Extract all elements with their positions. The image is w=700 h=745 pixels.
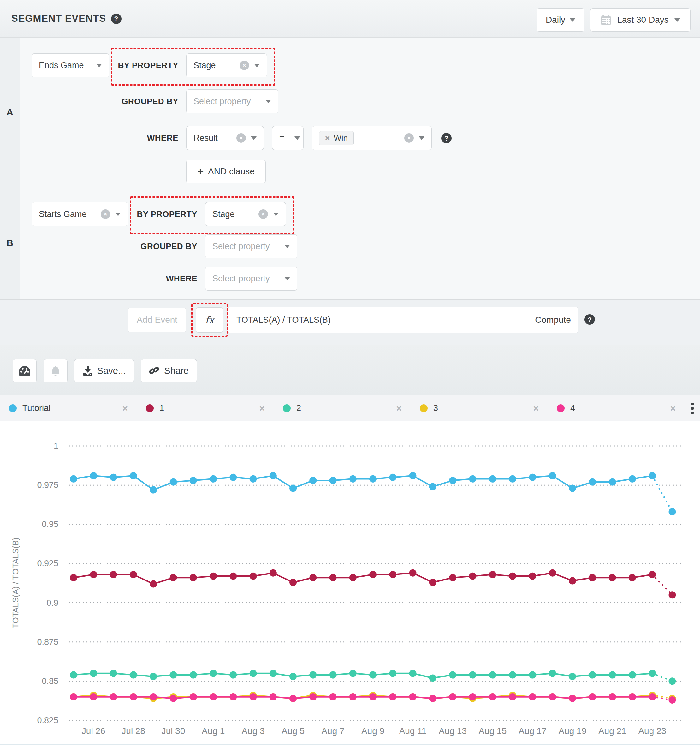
data-point-Tutorial-Jul 30[interactable] <box>170 479 177 486</box>
data-point-Tutorial-Jul 26[interactable] <box>90 472 97 479</box>
share-button[interactable]: Share <box>141 359 197 383</box>
data-point-Tutorial-Jul 29[interactable] <box>149 486 157 494</box>
data-point-2-Aug 20[interactable] <box>589 671 596 678</box>
where-value-chip[interactable]: × Win <box>319 131 354 145</box>
data-point-4-Aug 21[interactable] <box>609 693 616 700</box>
data-point-Tutorial-Aug 9[interactable] <box>369 475 376 483</box>
data-point-Tutorial-Aug 10[interactable] <box>389 474 396 481</box>
data-point-Tutorial-Aug 3[interactable] <box>250 475 257 483</box>
data-point-Tutorial-Aug 14[interactable] <box>469 475 476 483</box>
data-point-Tutorial-Aug 13[interactable] <box>449 477 456 484</box>
data-point-2-Jul 29[interactable] <box>149 673 157 680</box>
legend-tab-close-icon[interactable]: × <box>122 403 128 414</box>
add-event-button[interactable]: Add Event <box>128 308 186 332</box>
data-point-2-Aug 17[interactable] <box>529 671 536 678</box>
where-property-dropdown-a[interactable]: Result × <box>186 126 264 150</box>
remove-tag-icon[interactable]: × <box>325 133 330 143</box>
data-point-Tutorial-Aug 20[interactable] <box>589 479 596 486</box>
data-point-Tutorial-Aug 18[interactable] <box>549 472 556 479</box>
data-point-4-Aug 12[interactable] <box>429 695 436 702</box>
data-point-2-Aug 7[interactable] <box>330 671 337 678</box>
data-point-2-Aug 3[interactable] <box>250 670 257 677</box>
data-point-1-Jul 30[interactable] <box>170 574 177 581</box>
data-point-2-Aug 14[interactable] <box>469 671 476 678</box>
data-point-1-Aug 16[interactable] <box>509 573 516 580</box>
data-point-4-Aug 10[interactable] <box>389 693 396 700</box>
data-point-2-Aug 8[interactable] <box>349 670 357 677</box>
data-point-4-Aug 9[interactable] <box>369 693 376 700</box>
data-point-4-Aug 3[interactable] <box>250 693 257 700</box>
data-point-1-Aug 11[interactable] <box>409 569 416 577</box>
data-point-4-Aug 7[interactable] <box>330 693 337 700</box>
data-point-4-Aug 4[interactable] <box>270 693 277 700</box>
data-point-1-Aug 20[interactable] <box>589 574 596 581</box>
data-point-2-Aug 21[interactable] <box>609 671 616 678</box>
data-point-2-Aug 12[interactable] <box>429 674 436 682</box>
legend-tab-3[interactable]: 3× <box>411 395 548 421</box>
data-point-Tutorial-Aug 8[interactable] <box>349 475 357 483</box>
data-point-Tutorial-Aug 15[interactable] <box>489 475 496 483</box>
data-point-4-Aug 8[interactable] <box>349 693 357 700</box>
data-point-Tutorial-Jul 27[interactable] <box>110 474 117 481</box>
interval-dropdown[interactable]: Daily <box>537 8 585 31</box>
data-point-4-Jul 26[interactable] <box>90 693 97 700</box>
legend-tab-4[interactable]: 4× <box>548 395 685 421</box>
help-icon[interactable]: ? <box>585 314 595 325</box>
save-button[interactable]: Save... <box>74 359 134 383</box>
data-point-1-Aug 14[interactable] <box>469 573 476 580</box>
and-clause-button[interactable]: + AND clause <box>186 160 266 183</box>
data-point-4-Aug 18[interactable] <box>549 693 556 700</box>
data-point-Tutorial-Aug 2[interactable] <box>230 474 237 481</box>
data-point-1-Aug 6[interactable] <box>309 574 316 581</box>
legend-tab-close-icon[interactable]: × <box>259 403 265 414</box>
data-point-Tutorial-Aug 7[interactable] <box>330 477 337 484</box>
legend-tab-1[interactable]: 1× <box>137 395 274 421</box>
data-point-1-Aug 9[interactable] <box>369 571 376 578</box>
data-point-1-Aug 13[interactable] <box>449 574 456 581</box>
data-point-2-Aug 2[interactable] <box>230 671 237 678</box>
data-point-4-Aug 24[interactable] <box>669 696 676 704</box>
data-point-2-Aug 16[interactable] <box>509 671 516 678</box>
data-point-4-Aug 20[interactable] <box>589 693 596 700</box>
data-point-4-Jul 31[interactable] <box>190 693 197 700</box>
data-point-2-Aug 22[interactable] <box>629 671 636 678</box>
data-point-2-Aug 6[interactable] <box>309 671 316 678</box>
data-point-4-Jul 28[interactable] <box>130 693 137 700</box>
data-point-1-Aug 10[interactable] <box>389 571 396 578</box>
formula-fx-button[interactable]: fx <box>196 307 224 332</box>
data-point-2-Aug 9[interactable] <box>369 671 376 678</box>
data-point-Tutorial-Aug 21[interactable] <box>609 479 616 486</box>
data-point-4-Aug 6[interactable] <box>309 693 316 700</box>
data-point-Tutorial-Aug 24[interactable] <box>669 508 676 515</box>
data-point-Tutorial-Aug 4[interactable] <box>270 472 277 479</box>
data-point-2-Jul 27[interactable] <box>110 670 117 677</box>
data-point-Tutorial-Jul 31[interactable] <box>190 477 197 484</box>
data-point-2-Aug 24[interactable] <box>669 678 676 685</box>
data-point-1-Aug 23[interactable] <box>649 571 656 578</box>
data-point-2-Aug 19[interactable] <box>569 673 576 680</box>
data-point-2-Aug 15[interactable] <box>489 671 496 678</box>
grouped-by-dropdown-b[interactable]: Select property <box>205 234 297 258</box>
data-point-Tutorial-Aug 12[interactable] <box>429 483 436 491</box>
data-point-2-Jul 30[interactable] <box>170 671 177 678</box>
alert-button[interactable] <box>43 359 67 383</box>
data-point-1-Aug 19[interactable] <box>569 577 576 585</box>
data-point-2-Aug 4[interactable] <box>270 670 277 677</box>
data-point-1-Aug 7[interactable] <box>330 574 337 581</box>
data-point-4-Aug 5[interactable] <box>290 695 297 702</box>
data-point-Tutorial-Aug 17[interactable] <box>529 474 536 481</box>
compute-button[interactable]: Compute <box>528 307 578 333</box>
data-point-Tutorial-Aug 22[interactable] <box>629 475 636 483</box>
data-point-2-Jul 31[interactable] <box>190 671 197 678</box>
data-point-1-Aug 17[interactable] <box>529 573 536 580</box>
data-point-1-Aug 8[interactable] <box>349 574 357 581</box>
data-point-1-Jul 26[interactable] <box>90 571 97 578</box>
grouped-by-dropdown-a[interactable]: Select property <box>186 89 278 114</box>
legend-tab-close-icon[interactable]: × <box>533 403 539 414</box>
data-point-2-Aug 5[interactable] <box>290 673 297 680</box>
data-point-4-Aug 16[interactable] <box>509 693 516 700</box>
data-point-4-Jul 25[interactable] <box>70 693 77 700</box>
data-point-4-Aug 19[interactable] <box>569 695 576 702</box>
data-point-Tutorial-Aug 16[interactable] <box>509 475 516 483</box>
data-point-2-Aug 18[interactable] <box>549 670 556 677</box>
